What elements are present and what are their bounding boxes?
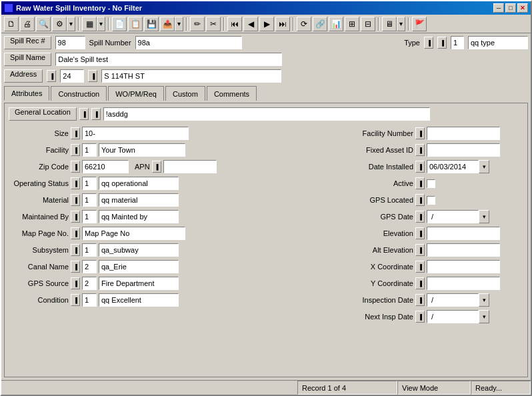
address-icon-btn2[interactable]: ▐ [88,70,97,82]
inspection-date-input[interactable] [427,293,479,307]
spill-rec-input[interactable] [55,36,85,49]
y-coordinate-input[interactable] [427,277,500,290]
material-value[interactable] [99,193,179,207]
facility-number-input[interactable] [427,127,500,140]
toolbar-search-btn[interactable]: 🔍 [36,17,51,31]
material-num[interactable] [82,193,97,207]
toolbar-link-btn[interactable]: 🔗 [313,17,327,31]
gps-located-icon[interactable]: ▐ [415,194,425,206]
address-icon-btn[interactable]: ▐ [47,70,56,82]
toolbar-chart-btn[interactable]: 📊 [329,17,343,31]
op-status-icon[interactable]: ▐ [71,177,80,189]
zipcode-icon[interactable]: ▐ [71,161,80,173]
general-location-icon1[interactable]: ▐ [79,108,89,120]
next-insp-date-dropdown[interactable]: ▾ [479,310,489,323]
toolbar-next-btn[interactable]: ▶ [259,17,274,31]
facility-icon[interactable]: ▐ [71,144,80,156]
toolbar-export-arrow[interactable]: ▾ [175,17,183,31]
gps-date-icon[interactable]: ▐ [415,211,425,223]
next-insp-date-icon[interactable]: ▐ [415,311,425,323]
toolbar-new-btn[interactable]: 🗋 [4,17,19,31]
type-icon-btn[interactable]: ▐ [424,37,433,49]
toolbar-doc2-btn[interactable]: 📋 [128,17,143,31]
canal-name-icon[interactable]: ▐ [71,261,80,273]
gps-located-checkbox[interactable] [427,196,435,205]
spill-name-label-btn[interactable]: Spill Name [4,53,51,66]
tab-comments[interactable]: Comments [207,86,257,101]
toolbar-print-btn[interactable]: 🖨 [20,17,35,31]
elevation-input[interactable] [427,227,500,240]
canal-name-value[interactable] [99,260,179,273]
toolbar-save-btn[interactable]: 💾 [144,17,159,31]
size-icon[interactable]: ▐ [71,127,80,139]
toolbar-settings-dropdown[interactable]: ⚙ ▾ [52,17,75,31]
spill-name-input[interactable] [55,53,282,66]
gps-source-value[interactable] [99,277,179,290]
condition-icon[interactable]: ▐ [71,294,80,306]
zipcode-input[interactable] [82,160,129,173]
condition-value[interactable] [99,293,179,307]
x-coordinate-icon[interactable]: ▐ [415,261,425,273]
toolbar-grid-btn[interactable]: ⊞ [345,17,359,31]
toolbar-first-btn[interactable]: ⏮ [227,17,242,31]
alt-elevation-input[interactable] [427,243,500,257]
alt-elevation-icon[interactable]: ▐ [415,244,425,256]
type-num-input[interactable] [451,36,464,49]
tab-construction[interactable]: Construction [51,86,107,101]
maintained-by-value[interactable] [99,210,179,223]
tab-attributes[interactable]: Attributes [4,86,49,101]
toolbar-layout-dropdown[interactable]: ▦ ▾ [82,17,105,31]
subsystem-icon[interactable]: ▐ [71,244,80,256]
active-checkbox[interactable] [427,179,435,188]
toolbar-view-btn[interactable]: 🖥 [382,17,397,31]
spill-rec-label-btn[interactable]: Spill Rec # [4,36,51,49]
maintained-by-num[interactable] [82,210,97,223]
toolbar-refresh-btn[interactable]: ⟳ [297,17,311,31]
maintained-by-icon[interactable]: ▐ [71,211,80,223]
address-label-btn[interactable]: Address [4,69,43,83]
condition-num[interactable] [82,293,97,307]
address-street-input[interactable] [101,69,281,83]
date-installed-icon[interactable]: ▐ [415,161,425,173]
op-status-num[interactable] [82,177,97,190]
gps-source-icon[interactable]: ▐ [71,277,80,289]
toolbar-settings-btn[interactable]: ⚙ [52,17,67,31]
toolbar-last-btn[interactable]: ⏭ [275,17,290,31]
toolbar-export-btn[interactable]: 📤 [160,17,175,31]
apn-icon[interactable]: ▐ [152,161,161,173]
next-insp-date-input[interactable] [427,310,479,323]
facility-value-input[interactable] [99,143,185,157]
type-value-input[interactable] [468,36,528,49]
fixed-asset-id-input[interactable] [427,143,500,157]
x-coordinate-input[interactable] [427,260,500,273]
toolbar-layout-arrow[interactable]: ▾ [97,17,105,31]
inspection-date-dropdown[interactable]: ▾ [479,293,489,307]
elevation-icon[interactable]: ▐ [415,227,425,239]
toolbar-pencil-btn[interactable]: ✏ [190,17,205,31]
gps-source-num[interactable] [82,277,97,290]
spill-number-input[interactable] [135,36,242,49]
toolbar-grid2-btn[interactable]: ⊟ [361,17,375,31]
fixed-asset-id-icon[interactable]: ▐ [415,144,425,156]
toolbar-export-dropdown[interactable]: 📤 ▾ [160,17,183,31]
map-page-icon[interactable]: ▐ [71,227,80,239]
toolbar-doc-btn[interactable]: 📄 [112,17,127,31]
minimize-button[interactable]: ─ [493,3,504,13]
gps-date-dropdown[interactable]: ▾ [479,210,489,223]
gps-date-input[interactable] [427,210,479,223]
op-status-value[interactable] [99,177,179,190]
canal-name-num[interactable] [82,260,97,273]
tab-custom[interactable]: Custom [165,86,205,101]
tab-wo-pm-req[interactable]: WO/PM/Req [108,86,164,101]
address-num-input[interactable] [60,69,84,83]
facility-number-icon[interactable]: ▐ [415,127,425,139]
maximize-button[interactable]: □ [505,3,516,13]
y-coordinate-icon[interactable]: ▐ [415,277,425,289]
map-page-input[interactable] [82,227,185,240]
close-button[interactable]: ✕ [517,3,528,13]
date-installed-input[interactable] [427,160,479,173]
subsystem-num[interactable] [82,243,97,257]
active-icon[interactable]: ▐ [415,177,425,189]
type-icon-btn2[interactable]: ▐ [437,37,447,49]
facility-num-input[interactable] [82,143,97,157]
